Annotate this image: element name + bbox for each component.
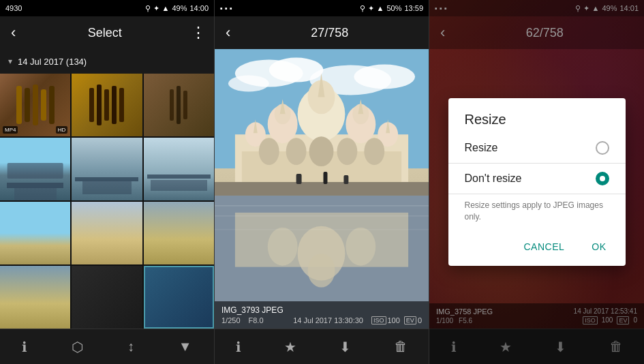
- svg-rect-27: [296, 174, 302, 184]
- info-icon-1[interactable]: ℹ: [16, 333, 33, 361]
- dialog-overlay: Resize Resize Don't resize Resize settin…: [429, 0, 644, 364]
- share-icon-1[interactable]: ⬡: [66, 333, 89, 361]
- photo-cell-9[interactable]: [144, 202, 214, 264]
- svg-point-34: [268, 228, 298, 266]
- dialog-note: Resize settings apply to JPEG images onl…: [448, 194, 626, 231]
- date-label: 14 Jul 2017 (134): [18, 57, 87, 67]
- meta-icons-2: ISO 100 EV 0: [371, 316, 422, 324]
- filter-icon-1[interactable]: ▼: [173, 333, 198, 360]
- photo-counter-2: 27/758: [239, 26, 420, 40]
- filename-2: IMG_3793 JPEG: [221, 305, 283, 315]
- status-bluetooth-icon-2: ✦: [368, 4, 374, 13]
- photo-cell-5[interactable]: [72, 138, 142, 200]
- svg-point-22: [286, 138, 307, 165]
- delete-icon-2[interactable]: 🗑: [388, 333, 413, 360]
- svg-rect-29: [343, 175, 348, 184]
- svg-point-21: [259, 138, 279, 165]
- status-time-2: 13:59: [404, 4, 423, 12]
- iso-value-2: 100: [388, 316, 400, 324]
- palace-photo: [215, 49, 429, 329]
- dialog-title: Resize: [448, 98, 626, 133]
- resize-option-label: Resize: [465, 142, 498, 154]
- svg-point-33: [308, 254, 335, 288]
- status-left-2: ▪ ▪ ▪: [220, 4, 232, 12]
- chevron-down-icon: ▾: [8, 57, 12, 66]
- dont-resize-radio[interactable]: [596, 172, 609, 185]
- svg-point-24: [337, 138, 357, 165]
- status-wifi-icon: ▲: [162, 4, 170, 12]
- photo-info-right-2: 14 Jul 2017 13:30:30 ISO 100 EV 0: [293, 316, 422, 324]
- status-right-2: ⚲ ✦ ▲ 50% 13:59: [360, 4, 423, 13]
- status-location-icon: ⚲: [145, 4, 151, 13]
- photo-mp4-label: MP4: [3, 126, 18, 134]
- ev-item-2: EV 0: [404, 316, 422, 324]
- back-button-1[interactable]: ‹: [8, 21, 18, 44]
- photo-cell-8[interactable]: [72, 202, 142, 264]
- panel-viewer: ▪ ▪ ▪ ⚲ ✦ ▲ 50% 13:59 ‹ 27/758: [215, 0, 429, 364]
- status-right-1: ⚲ ✦ ▲ 49% 14:00: [145, 4, 209, 13]
- resize-dialog: Resize Resize Don't resize Resize settin…: [448, 98, 626, 267]
- status-time-1: 14:00: [189, 4, 209, 12]
- panel-resize: ▪ ▪ ▪ ⚲ ✦ ▲ 49% 14:01 ‹ 62/758 Resize Re…: [429, 0, 644, 364]
- photo-cell-2[interactable]: [72, 74, 142, 136]
- dialog-actions: CANCEL OK: [448, 230, 626, 266]
- status-location-icon-2: ⚲: [360, 4, 365, 13]
- cancel-button[interactable]: CANCEL: [515, 236, 572, 258]
- dont-resize-label: Don't resize: [465, 172, 522, 185]
- svg-rect-28: [323, 172, 327, 184]
- aperture-2: F8.0: [249, 316, 264, 324]
- status-bar-2: ▪ ▪ ▪ ⚲ ✦ ▲ 50% 13:59: [215, 0, 429, 16]
- ev-value-2: 0: [418, 316, 422, 324]
- more-button-1[interactable]: ⋮: [191, 24, 206, 42]
- dont-resize-option[interactable]: Don't resize: [448, 164, 626, 194]
- svg-point-25: [364, 138, 384, 165]
- resize-radio[interactable]: [596, 141, 609, 155]
- status-icons-2: ▪ ▪ ▪: [220, 4, 232, 12]
- toolbar-title-1: Select: [24, 26, 185, 40]
- sort-icon-1[interactable]: ↕: [122, 333, 140, 360]
- status-sim: 4930: [5, 4, 22, 12]
- photo-cell-1[interactable]: MP4 HD: [0, 74, 70, 136]
- bottom-toolbar-1: ℹ ⬡ ↕ ▼: [0, 329, 214, 364]
- photo-hd-label: HD: [56, 126, 68, 134]
- shutter-2: 1/250: [221, 316, 241, 324]
- iso-item-2: ISO 100: [371, 316, 400, 324]
- photo-cell-12[interactable]: [144, 266, 214, 329]
- photo-cell-4[interactable]: [0, 138, 70, 200]
- photo-cell-11[interactable]: [72, 266, 142, 329]
- status-bluetooth-icon: ✦: [153, 4, 159, 13]
- photo-info-left-2: IMG_3793 JPEG 1/250 F8.0: [221, 305, 283, 324]
- ok-button[interactable]: OK: [583, 236, 614, 258]
- status-bar-1: 4930 ⚲ ✦ ▲ 49% 14:00: [0, 0, 214, 16]
- ev-icon-2: EV: [404, 316, 416, 324]
- svg-point-35: [346, 228, 375, 266]
- toolbar-1: ‹ Select ⋮: [0, 16, 214, 49]
- photo-cell-7[interactable]: [0, 202, 70, 264]
- svg-rect-26: [215, 182, 429, 196]
- main-photo[interactable]: IMG_3793 JPEG 1/250 F8.0 14 Jul 2017 13:…: [215, 49, 429, 329]
- photo-cell-3[interactable]: [144, 74, 214, 136]
- resize-option[interactable]: Resize: [448, 133, 626, 163]
- date-header: ▾ 14 Jul 2017 (134): [0, 49, 214, 74]
- svg-point-23: [309, 136, 334, 166]
- status-wifi-icon-2: ▲: [377, 4, 384, 12]
- download-icon-2[interactable]: ⬇: [334, 333, 356, 361]
- info-icon-2[interactable]: ℹ: [230, 333, 247, 361]
- photo-info-bar-2: IMG_3793 JPEG 1/250 F8.0 14 Jul 2017 13:…: [215, 301, 429, 329]
- iso-icon-2: ISO: [371, 316, 386, 324]
- status-left-1: 4930: [5, 4, 22, 12]
- date-2: 14 Jul 2017 13:30:30: [293, 316, 363, 324]
- status-battery-2: 50%: [386, 4, 401, 12]
- panel-gallery: 4930 ⚲ ✦ ▲ 49% 14:00 ‹ Select ⋮ ▾ 14 Jul…: [0, 0, 215, 364]
- star-icon-2[interactable]: ★: [279, 333, 302, 361]
- toolbar-2: ‹ 27/758: [215, 16, 429, 49]
- svg-point-4: [354, 65, 415, 89]
- bottom-toolbar-2: ℹ ★ ⬇ 🗑: [215, 329, 429, 364]
- photo-grid: MP4 HD: [0, 74, 214, 329]
- status-battery-1: 49%: [172, 4, 187, 12]
- photo-cell-6[interactable]: [144, 138, 214, 200]
- svg-point-5: [228, 76, 269, 92]
- photo-cell-10[interactable]: [0, 266, 70, 329]
- back-button-2[interactable]: ‹: [223, 21, 233, 44]
